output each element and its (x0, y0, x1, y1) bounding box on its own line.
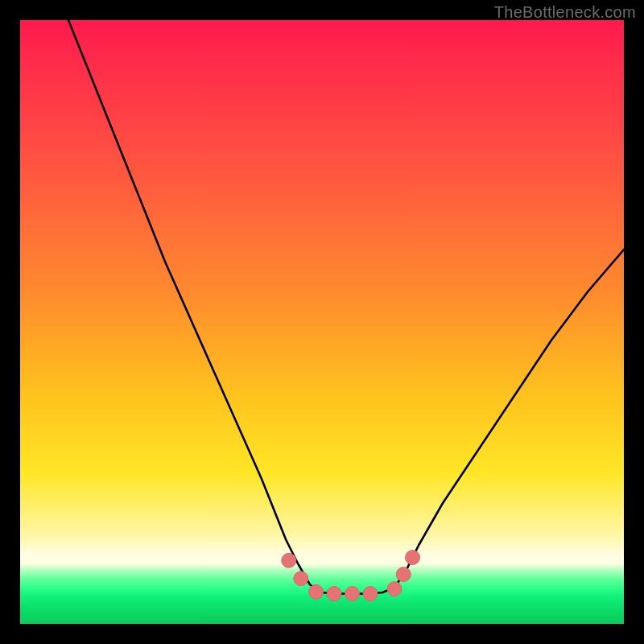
optimum-marker (387, 582, 402, 597)
chart-frame: TheBottleneck.com (0, 0, 644, 644)
optimum-marker (396, 568, 411, 582)
optimum-marker (345, 587, 360, 601)
plot-area (20, 20, 624, 624)
optimum-marker (327, 587, 341, 601)
optimum-marker (406, 551, 420, 565)
optimum-marker (282, 553, 296, 568)
optimum-marker (294, 572, 308, 586)
optimum-marker (309, 584, 324, 599)
bottleneck-curve (68, 20, 624, 594)
watermark-text: TheBottleneck.com (494, 3, 636, 22)
bottleneck-curve-svg (20, 20, 624, 624)
optimum-markers-group (282, 551, 420, 601)
optimum-marker (363, 587, 378, 601)
